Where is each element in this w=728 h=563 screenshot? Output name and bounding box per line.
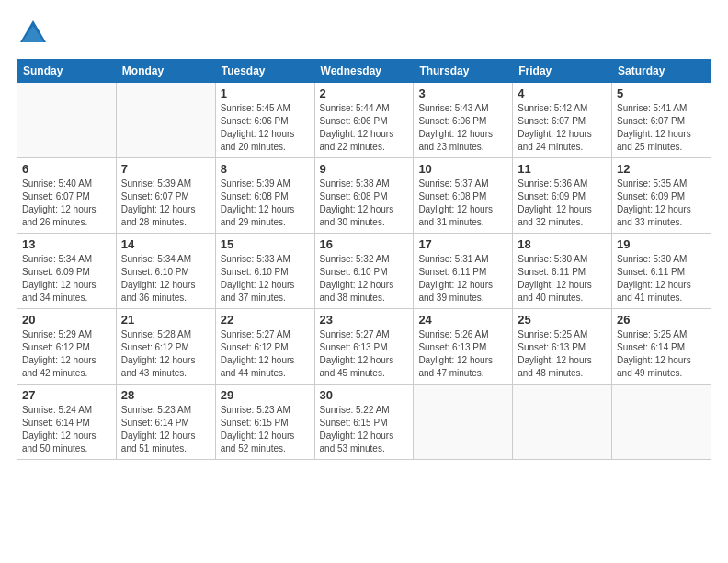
day-info: Sunrise: 5:24 AM Sunset: 6:14 PM Dayligh… [22, 404, 111, 455]
day-number: 26 [617, 313, 706, 327]
day-number: 5 [617, 86, 706, 100]
day-info: Sunrise: 5:43 AM Sunset: 6:06 PM Dayligh… [418, 102, 507, 154]
day-info: Sunrise: 5:25 AM Sunset: 6:13 PM Dayligh… [518, 328, 607, 380]
day-header-saturday: Saturday [612, 60, 711, 83]
calendar-cell: 4Sunrise: 5:42 AM Sunset: 6:07 PM Daylig… [513, 83, 612, 158]
day-number: 3 [418, 86, 507, 100]
day-number: 25 [518, 313, 607, 327]
day-header-sunday: Sunday [17, 60, 117, 83]
calendar-cell: 13Sunrise: 5:34 AM Sunset: 6:09 PM Dayli… [17, 234, 117, 309]
logo-icon [17, 17, 50, 50]
calendar-cell: 28Sunrise: 5:23 AM Sunset: 6:14 PM Dayli… [116, 385, 215, 460]
day-info: Sunrise: 5:25 AM Sunset: 6:14 PM Dayligh… [617, 328, 706, 380]
day-number: 23 [320, 313, 409, 327]
day-number: 14 [121, 237, 210, 251]
day-info: Sunrise: 5:44 AM Sunset: 6:06 PM Dayligh… [320, 102, 409, 154]
day-info: Sunrise: 5:22 AM Sunset: 6:15 PM Dayligh… [320, 404, 409, 455]
day-info: Sunrise: 5:27 AM Sunset: 6:12 PM Dayligh… [221, 328, 310, 380]
day-info: Sunrise: 5:26 AM Sunset: 6:13 PM Dayligh… [418, 328, 507, 380]
day-number: 20 [22, 313, 111, 327]
logo [17, 17, 53, 50]
week-row-1: 1Sunrise: 5:45 AM Sunset: 6:06 PM Daylig… [17, 83, 711, 158]
day-info: Sunrise: 5:28 AM Sunset: 6:12 PM Dayligh… [121, 328, 210, 380]
calendar-cell: 8Sunrise: 5:39 AM Sunset: 6:08 PM Daylig… [215, 158, 314, 234]
day-info: Sunrise: 5:45 AM Sunset: 6:06 PM Dayligh… [221, 102, 310, 154]
week-row-3: 13Sunrise: 5:34 AM Sunset: 6:09 PM Dayli… [17, 234, 711, 309]
calendar-cell: 24Sunrise: 5:26 AM Sunset: 6:13 PM Dayli… [414, 309, 513, 385]
calendar-cell: 12Sunrise: 5:35 AM Sunset: 6:09 PM Dayli… [612, 158, 711, 234]
day-header-thursday: Thursday [414, 60, 513, 83]
day-number: 28 [121, 388, 210, 402]
calendar-cell: 23Sunrise: 5:27 AM Sunset: 6:13 PM Dayli… [314, 309, 414, 385]
calendar-cell: 11Sunrise: 5:36 AM Sunset: 6:09 PM Dayli… [513, 158, 612, 234]
day-number: 29 [221, 388, 310, 402]
calendar-cell: 19Sunrise: 5:30 AM Sunset: 6:11 PM Dayli… [612, 234, 711, 309]
day-info: Sunrise: 5:32 AM Sunset: 6:10 PM Dayligh… [320, 253, 409, 304]
day-info: Sunrise: 5:35 AM Sunset: 6:09 PM Dayligh… [617, 178, 706, 229]
day-header-wednesday: Wednesday [314, 60, 414, 83]
day-header-friday: Friday [513, 60, 612, 83]
day-info: Sunrise: 5:36 AM Sunset: 6:09 PM Dayligh… [518, 178, 607, 229]
day-info: Sunrise: 5:37 AM Sunset: 6:08 PM Dayligh… [418, 178, 507, 229]
calendar-cell: 20Sunrise: 5:29 AM Sunset: 6:12 PM Dayli… [17, 309, 117, 385]
day-info: Sunrise: 5:31 AM Sunset: 6:11 PM Dayligh… [418, 253, 507, 304]
day-info: Sunrise: 5:39 AM Sunset: 6:08 PM Dayligh… [221, 178, 310, 229]
day-number: 2 [320, 86, 409, 100]
day-number: 13 [22, 237, 111, 251]
calendar-header-row: SundayMondayTuesdayWednesdayThursdayFrid… [17, 60, 711, 83]
day-number: 11 [518, 162, 607, 176]
calendar-cell: 10Sunrise: 5:37 AM Sunset: 6:08 PM Dayli… [414, 158, 513, 234]
day-info: Sunrise: 5:30 AM Sunset: 6:11 PM Dayligh… [518, 253, 607, 304]
day-number: 24 [418, 313, 507, 327]
day-info: Sunrise: 5:40 AM Sunset: 6:07 PM Dayligh… [22, 178, 111, 229]
day-info: Sunrise: 5:39 AM Sunset: 6:07 PM Dayligh… [121, 178, 210, 229]
week-row-4: 20Sunrise: 5:29 AM Sunset: 6:12 PM Dayli… [17, 309, 711, 385]
day-header-tuesday: Tuesday [215, 60, 314, 83]
calendar-cell: 25Sunrise: 5:25 AM Sunset: 6:13 PM Dayli… [513, 309, 612, 385]
day-info: Sunrise: 5:41 AM Sunset: 6:07 PM Dayligh… [617, 102, 706, 154]
calendar-cell: 17Sunrise: 5:31 AM Sunset: 6:11 PM Dayli… [414, 234, 513, 309]
week-row-2: 6Sunrise: 5:40 AM Sunset: 6:07 PM Daylig… [17, 158, 711, 234]
day-number: 18 [518, 237, 607, 251]
calendar-cell: 29Sunrise: 5:23 AM Sunset: 6:15 PM Dayli… [215, 385, 314, 460]
day-info: Sunrise: 5:42 AM Sunset: 6:07 PM Dayligh… [518, 102, 607, 154]
calendar-cell [414, 385, 513, 460]
day-info: Sunrise: 5:30 AM Sunset: 6:11 PM Dayligh… [617, 253, 706, 304]
calendar-cell [116, 83, 215, 158]
day-number: 19 [617, 237, 706, 251]
calendar-cell: 22Sunrise: 5:27 AM Sunset: 6:12 PM Dayli… [215, 309, 314, 385]
calendar-cell: 21Sunrise: 5:28 AM Sunset: 6:12 PM Dayli… [116, 309, 215, 385]
day-number: 22 [221, 313, 310, 327]
day-number: 21 [121, 313, 210, 327]
calendar: SundayMondayTuesdayWednesdayThursdayFrid… [17, 59, 711, 460]
day-number: 30 [320, 388, 409, 402]
calendar-cell: 5Sunrise: 5:41 AM Sunset: 6:07 PM Daylig… [612, 83, 711, 158]
day-number: 6 [22, 162, 111, 176]
day-header-monday: Monday [116, 60, 215, 83]
calendar-cell: 15Sunrise: 5:33 AM Sunset: 6:10 PM Dayli… [215, 234, 314, 309]
calendar-cell: 6Sunrise: 5:40 AM Sunset: 6:07 PM Daylig… [17, 158, 117, 234]
day-number: 1 [221, 86, 310, 100]
day-number: 4 [518, 86, 607, 100]
calendar-cell: 14Sunrise: 5:34 AM Sunset: 6:10 PM Dayli… [116, 234, 215, 309]
calendar-cell: 7Sunrise: 5:39 AM Sunset: 6:07 PM Daylig… [116, 158, 215, 234]
page: SundayMondayTuesdayWednesdayThursdayFrid… [0, 0, 728, 563]
calendar-cell: 30Sunrise: 5:22 AM Sunset: 6:15 PM Dayli… [314, 385, 414, 460]
calendar-cell [612, 385, 711, 460]
calendar-cell: 2Sunrise: 5:44 AM Sunset: 6:06 PM Daylig… [314, 83, 414, 158]
day-number: 8 [221, 162, 310, 176]
day-info: Sunrise: 5:33 AM Sunset: 6:10 PM Dayligh… [221, 253, 310, 304]
calendar-cell: 9Sunrise: 5:38 AM Sunset: 6:08 PM Daylig… [314, 158, 414, 234]
day-number: 16 [320, 237, 409, 251]
day-info: Sunrise: 5:27 AM Sunset: 6:13 PM Dayligh… [320, 328, 409, 380]
day-info: Sunrise: 5:23 AM Sunset: 6:15 PM Dayligh… [221, 404, 310, 455]
day-info: Sunrise: 5:34 AM Sunset: 6:10 PM Dayligh… [121, 253, 210, 304]
day-number: 27 [22, 388, 111, 402]
header [17, 17, 711, 50]
day-info: Sunrise: 5:23 AM Sunset: 6:14 PM Dayligh… [121, 404, 210, 455]
week-row-5: 27Sunrise: 5:24 AM Sunset: 6:14 PM Dayli… [17, 385, 711, 460]
calendar-cell: 27Sunrise: 5:24 AM Sunset: 6:14 PM Dayli… [17, 385, 117, 460]
calendar-cell: 3Sunrise: 5:43 AM Sunset: 6:06 PM Daylig… [414, 83, 513, 158]
calendar-cell: 18Sunrise: 5:30 AM Sunset: 6:11 PM Dayli… [513, 234, 612, 309]
day-info: Sunrise: 5:29 AM Sunset: 6:12 PM Dayligh… [22, 328, 111, 380]
